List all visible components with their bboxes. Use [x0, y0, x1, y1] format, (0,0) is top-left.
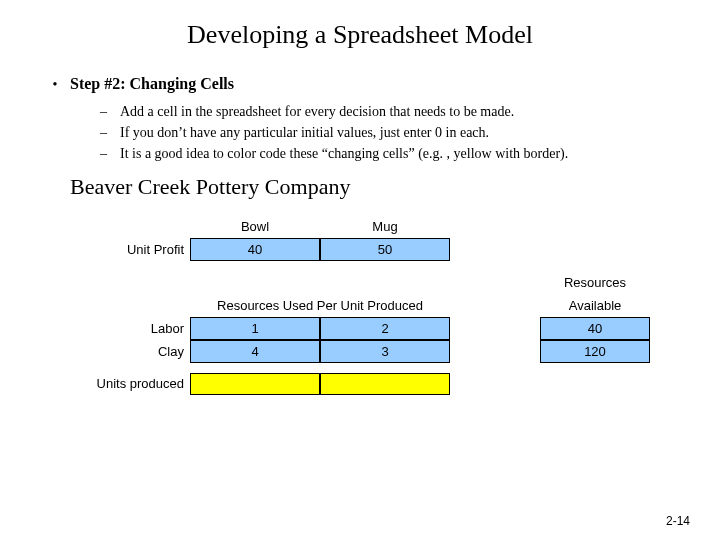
bullet-step: • Step #2: Changing Cells [40, 75, 680, 95]
available-label: Available [540, 294, 650, 317]
per-unit-label: Resources Used Per Unit Produced [190, 294, 450, 317]
unit-profit-bowl: 40 [190, 238, 320, 261]
labor-mug: 2 [320, 317, 450, 340]
page-title: Developing a Spreadsheet Model [40, 20, 680, 50]
sub-bullet: – If you don’t have any particular initi… [100, 122, 680, 143]
sub-bullet: – Add a cell in the spreadsheet for ever… [100, 101, 680, 122]
changing-cell-bowl[interactable] [190, 373, 320, 395]
unit-profit-label: Unit Profit [70, 242, 190, 257]
page-number: 2-14 [666, 514, 690, 528]
clay-mug: 3 [320, 340, 450, 363]
dash-icon: – [100, 122, 120, 143]
unit-profit-mug: 50 [320, 238, 450, 261]
clay-available: 120 [540, 340, 650, 363]
changing-cell-mug[interactable] [320, 373, 450, 395]
sub-bullet: – It is a good idea to color code these … [100, 143, 680, 164]
col-header-mug: Mug [320, 215, 450, 238]
dash-icon: – [100, 143, 120, 164]
row-label-clay: Clay [70, 344, 190, 359]
labor-bowl: 1 [190, 317, 320, 340]
labor-available: 40 [540, 317, 650, 340]
col-header-bowl: Bowl [190, 215, 320, 238]
clay-bowl: 4 [190, 340, 320, 363]
resources-label: Resources [540, 271, 650, 294]
row-label-labor: Labor [70, 321, 190, 336]
dash-icon: – [100, 101, 120, 122]
sub-bullet-text: Add a cell in the spreadsheet for every … [120, 101, 514, 122]
step-heading: Step #2: Changing Cells [70, 75, 234, 93]
sub-bullet-text: If you don’t have any particular initial… [120, 122, 489, 143]
spreadsheet-table: Bowl Mug Unit Profit 40 50 Resources Res… [70, 215, 680, 395]
company-title: Beaver Creek Pottery Company [70, 174, 680, 200]
sub-bullet-text: It is a good idea to color code these “c… [120, 143, 568, 164]
units-produced-label: Units produced [70, 376, 190, 392]
bullet-dot: • [40, 75, 70, 95]
